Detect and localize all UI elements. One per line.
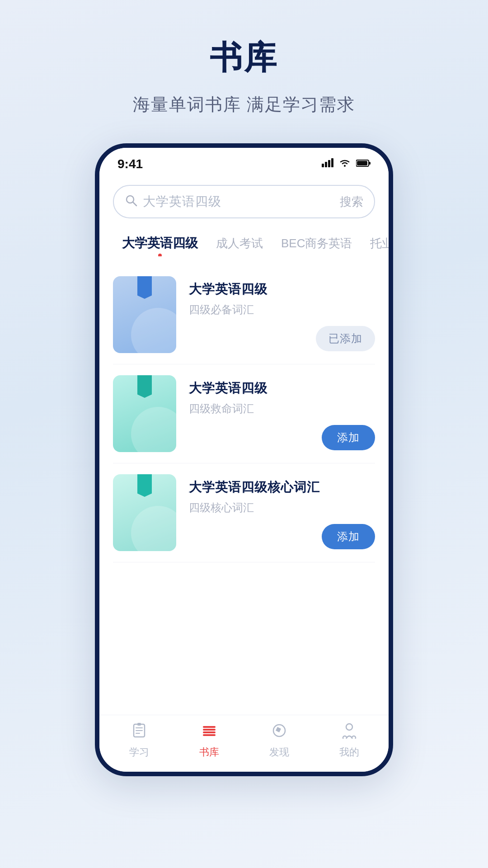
signal-icon bbox=[322, 158, 333, 170]
bottom-nav: 学习 书库 发现 bbox=[99, 715, 389, 772]
nav-item-library[interactable]: 书库 bbox=[187, 722, 232, 759]
book-cover-2 bbox=[113, 375, 176, 452]
cover-decoration bbox=[131, 407, 176, 452]
book-info-2: 大学英语四级 四级救命词汇 bbox=[189, 375, 375, 416]
cat-tab-bec[interactable]: BEC商务英语 bbox=[272, 231, 361, 256]
cat-tab-adult[interactable]: 成人考试 bbox=[207, 231, 272, 256]
svg-rect-15 bbox=[203, 726, 216, 728]
status-bar: 9:41 bbox=[99, 148, 389, 176]
svg-point-4 bbox=[344, 165, 346, 167]
svg-line-9 bbox=[133, 202, 136, 206]
svg-rect-3 bbox=[331, 158, 333, 167]
svg-rect-6 bbox=[369, 162, 371, 165]
status-icons bbox=[322, 158, 371, 170]
book-desc-1: 四级必备词汇 bbox=[189, 302, 375, 317]
book-list: 大学英语四级 四级必备词汇 已添加 大学英语四级 四级救命词汇 添加 bbox=[99, 256, 389, 715]
cover-decoration bbox=[131, 308, 176, 353]
book-cover-3 bbox=[113, 474, 176, 551]
book-action-1: 已添加 bbox=[316, 326, 375, 351]
add-button-2[interactable]: 添加 bbox=[322, 425, 375, 450]
svg-rect-0 bbox=[322, 164, 324, 167]
svg-point-22 bbox=[352, 736, 356, 739]
book-item-2: 大学英语四级 四级救命词汇 添加 bbox=[113, 364, 375, 463]
nav-item-study[interactable]: 学习 bbox=[117, 722, 162, 759]
library-icon bbox=[201, 722, 217, 743]
add-button-3[interactable]: 添加 bbox=[322, 524, 375, 549]
book-desc-2: 四级救命词汇 bbox=[189, 401, 375, 416]
status-time: 9:41 bbox=[117, 157, 143, 171]
svg-rect-14 bbox=[137, 723, 141, 726]
book-action-3: 添加 bbox=[322, 524, 375, 549]
svg-rect-17 bbox=[203, 731, 216, 733]
book-action-2: 添加 bbox=[322, 425, 375, 450]
category-tabs: 大学英语四级 成人考试 BEC商务英语 托业考试4 bbox=[99, 223, 389, 256]
search-bar[interactable]: 大学英语四级 搜索 bbox=[113, 185, 375, 218]
svg-rect-7 bbox=[357, 161, 367, 165]
wifi-icon bbox=[339, 158, 351, 170]
battery-icon bbox=[356, 158, 371, 170]
book-info-1: 大学英语四级 四级必备词汇 bbox=[189, 276, 375, 317]
svg-point-20 bbox=[346, 724, 352, 730]
svg-rect-16 bbox=[203, 729, 216, 731]
cover-decoration bbox=[131, 506, 176, 551]
book-info-3: 大学英语四级核心词汇 四级核心词汇 bbox=[189, 474, 375, 515]
book-item-3: 大学英语四级核心词汇 四级核心词汇 添加 bbox=[113, 463, 375, 562]
study-icon bbox=[131, 722, 147, 743]
bookmark-icon bbox=[137, 375, 152, 398]
book-desc-3: 四级核心词汇 bbox=[189, 500, 375, 515]
svg-point-21 bbox=[343, 736, 347, 739]
search-icon bbox=[125, 194, 137, 210]
bookmark-icon bbox=[137, 276, 152, 299]
page-title: 书库 bbox=[210, 36, 278, 80]
nav-label-mine: 我的 bbox=[339, 745, 359, 759]
nav-label-discover: 发现 bbox=[269, 745, 289, 759]
nav-label-library: 书库 bbox=[199, 745, 219, 759]
nav-item-mine[interactable]: 我的 bbox=[327, 722, 372, 759]
nav-label-study: 学习 bbox=[129, 745, 149, 759]
search-placeholder: 大学英语四级 bbox=[143, 193, 334, 210]
cat-tab-toefl[interactable]: 托业考试4 bbox=[361, 231, 389, 256]
search-bar-container: 大学英语四级 搜索 bbox=[99, 176, 389, 223]
mine-icon bbox=[341, 722, 357, 743]
bookmark-icon bbox=[137, 474, 152, 497]
book-cover-1 bbox=[113, 276, 176, 353]
page-subtitle: 海量单词书库 满足学习需求 bbox=[133, 93, 356, 116]
search-button[interactable]: 搜索 bbox=[340, 194, 363, 210]
cat-tab-cet4[interactable]: 大学英语四级 bbox=[113, 230, 207, 256]
discover-icon bbox=[271, 722, 287, 743]
phone-frame: 9:41 bbox=[95, 143, 393, 776]
book-item-1: 大学英语四级 四级必备词汇 已添加 bbox=[113, 265, 375, 364]
added-button-1[interactable]: 已添加 bbox=[316, 326, 375, 351]
svg-rect-1 bbox=[325, 162, 327, 167]
book-title-1: 大学英语四级 bbox=[189, 281, 375, 298]
nav-item-discover[interactable]: 发现 bbox=[257, 722, 302, 759]
svg-rect-18 bbox=[203, 734, 216, 736]
book-title-2: 大学英语四级 bbox=[189, 380, 375, 397]
svg-rect-2 bbox=[328, 160, 330, 167]
book-title-3: 大学英语四级核心词汇 bbox=[189, 479, 375, 496]
